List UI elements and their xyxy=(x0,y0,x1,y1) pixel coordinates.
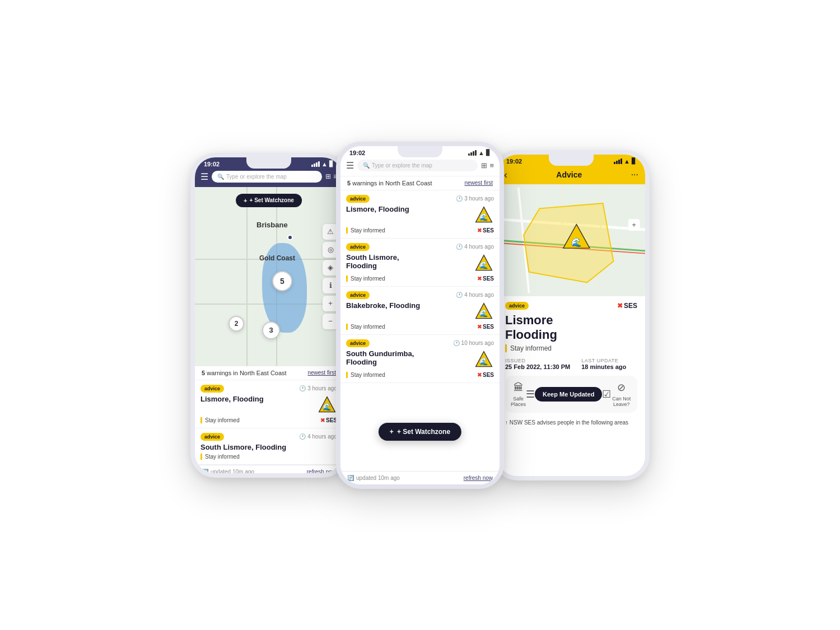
status-icons-1: ▲ ▊ xyxy=(311,161,334,167)
search-bar-1[interactable]: 🔍 Type or explore the map xyxy=(212,171,322,183)
time-ago-1-1: 🕐3 hours ago xyxy=(299,385,337,391)
sort-button-1[interactable]: newest first xyxy=(307,370,336,376)
filter-sliders-icon-1[interactable]: ⊞ xyxy=(325,172,331,180)
detail-description-3: ↑ NSW SES advises people in the followin… xyxy=(505,418,637,427)
stay-informed-2-3: Stay informed xyxy=(346,324,385,330)
warning-card-2-2[interactable]: advice 🕐4 hours ago South Lismore,Floodi… xyxy=(340,239,500,287)
warning-list-1: 5 warnings in North East Coast newest fi… xyxy=(195,366,343,465)
signal-icon-3 xyxy=(614,158,622,164)
map-label-brisbane: Brisbane xyxy=(256,221,288,229)
ses-logo-2-1: ✖SES xyxy=(477,227,494,234)
filter-list-icon-2[interactable]: ≡ xyxy=(489,161,494,170)
detail-title-main-3: Lismore Flooding xyxy=(505,313,637,343)
filter-sliders-icon-2[interactable]: ⊞ xyxy=(481,161,487,170)
battery-icon-2: ▊ xyxy=(486,150,491,156)
filter-icons-2: ⊞ ≡ xyxy=(481,161,494,170)
cluster-3-1[interactable]: 3 xyxy=(262,321,280,339)
card-row3-1-1: Stay informed ✖SES xyxy=(200,417,337,423)
bottom-bar-1: 🔄updated 10m ago refresh now xyxy=(195,465,343,478)
menu-icon-1[interactable]: ☰ xyxy=(200,171,208,182)
watchzone-icon-1: + xyxy=(244,197,247,204)
detail-map-3[interactable]: 🌊 + xyxy=(497,184,645,296)
svg-text:🌊: 🌊 xyxy=(479,309,488,318)
refresh-button-2[interactable]: refresh now xyxy=(464,475,493,481)
updated-label-3: LAST UPDATE xyxy=(581,358,626,363)
detail-content-3: advice ✖SES Lismore Flooding Stay inform… xyxy=(497,296,645,476)
phone-3: 19:02 ▲ ▊ ‹ Advice ··· xyxy=(493,150,650,480)
flood-icon-2-2: 🌊 xyxy=(474,253,494,273)
svg-text:🌊: 🌊 xyxy=(323,403,332,412)
detail-stay-3: Stay informed xyxy=(505,344,637,352)
checklist-action[interactable]: ☰ xyxy=(526,388,535,400)
card-title-1-2: South Lismore, Flooding xyxy=(200,443,337,451)
menu-icon-2[interactable]: ☰ xyxy=(346,160,354,171)
wifi-icon-2: ▲ xyxy=(478,150,484,156)
card-row1-1: advice 🕐3 hours ago xyxy=(200,385,337,393)
back-button-3[interactable]: ‹ xyxy=(504,169,507,181)
keep-updated-button[interactable]: Keep Me Updated xyxy=(535,387,602,402)
map-bg-1: Brisbane Gold Coast 5 2 3 + + Set Watchz… xyxy=(195,187,343,366)
watchzone-button-2[interactable]: + + Set Watchzone xyxy=(379,423,461,441)
ses-logo-3: ✖SES xyxy=(617,302,637,310)
location-dot-1 xyxy=(287,235,293,240)
time-ago-2-2: 🕐4 hours ago xyxy=(456,244,494,250)
advice-badge-2-2: advice xyxy=(346,243,370,251)
ses-logo-1-1: ✖SES xyxy=(320,417,337,423)
phone1-header: ☰ 🔍 Type or explore the map ⊞ ≡ xyxy=(195,169,343,187)
cant-leave-action[interactable]: ⊘ Can Not Leave? xyxy=(611,381,632,407)
checkmark-action[interactable]: ☑ xyxy=(602,388,611,400)
detail-advice-row-3: advice ✖SES xyxy=(505,302,637,310)
warning-card-2-4[interactable]: advice 🕐10 hours ago South Gundurimba,Fl… xyxy=(340,335,500,383)
time-ago-2-1: 🕐3 hours ago xyxy=(456,195,494,202)
updated-value-3: 18 minutes ago xyxy=(581,363,626,370)
safe-places-action[interactable]: 🏛 Safe Places xyxy=(511,382,526,407)
cant-leave-label: Can Not Leave? xyxy=(611,396,632,407)
search-bar-2[interactable]: 🔍 Type or explore the map xyxy=(357,160,478,171)
action-bar-3: 🏛 Safe Places ☰ Keep Me Updated ☑ ⊘ Can … xyxy=(505,376,637,413)
detail-title-header-3: Advice xyxy=(556,170,582,179)
card-title-2-2: South Lismore,Flooding xyxy=(346,253,474,270)
stay-informed-1-1: Stay informed xyxy=(200,417,240,423)
card-title-1-1: Lismore, Flooding xyxy=(200,395,317,403)
cluster-main-1[interactable]: 5 xyxy=(272,271,292,291)
map-container-1[interactable]: Brisbane Gold Coast 5 2 3 + + Set Watchz… xyxy=(195,187,343,366)
card-row2-1-1: Lismore, Flooding 🌊 xyxy=(200,395,337,415)
time-ago-2-4: 🕐10 hours ago xyxy=(453,340,494,346)
sort-button-2[interactable]: newest first xyxy=(464,180,493,186)
filter-icons-1: ⊞ ≡ xyxy=(325,172,337,180)
updated-text-1: 🔄updated 10m ago xyxy=(202,469,254,475)
warning-card-2-1[interactable]: advice 🕐3 hours ago Lismore, Flooding 🌊 … xyxy=(340,190,500,239)
flood-icon-2-4: 🌊 xyxy=(474,349,494,370)
watchzone-button-1[interactable]: + + Set Watchzone xyxy=(236,194,302,207)
phone2-header: ☰ 🔍 Type or explore the map ⊞ ≡ xyxy=(340,157,500,176)
notch-1 xyxy=(246,157,291,169)
detail-header-3: ‹ Advice ··· xyxy=(497,166,645,184)
more-button-3[interactable]: ··· xyxy=(631,170,638,180)
map-label-goldcoast: Gold Coast xyxy=(259,254,295,262)
cant-leave-icon: ⊘ xyxy=(617,381,626,394)
svg-text:🌊: 🌊 xyxy=(571,237,582,248)
updated-text-2: 🔄updated 10m ago xyxy=(347,475,400,481)
phone-2: 19:02 ▲ ▊ ☰ 🔍 Type or explore the map ⊞ xyxy=(336,142,504,489)
svg-text:🌊: 🌊 xyxy=(479,213,488,222)
card-title-2-4: South Gundurimba,Flooding xyxy=(346,349,474,366)
advice-badge-3: advice xyxy=(505,302,529,310)
warning-card-1-2[interactable]: advice 🕐4 hours ago South Lismore, Flood… xyxy=(195,428,343,465)
watchzone-plus-icon-2: + xyxy=(390,428,394,436)
flood-icon-2-3: 🌊 xyxy=(474,301,494,321)
refresh-button-1[interactable]: refresh now xyxy=(307,469,336,475)
warning-card-1-1[interactable]: advice 🕐3 hours ago Lismore, Flooding 🌊 … xyxy=(195,380,343,428)
safe-places-icon: 🏛 xyxy=(514,382,524,394)
status-time-1: 19:02 xyxy=(204,161,220,167)
svg-text:🌊: 🌊 xyxy=(479,357,488,366)
issued-meta: ISSUED 25 Feb 2022, 11:30 PM xyxy=(505,358,570,370)
stay-informed-2-1: Stay informed xyxy=(346,227,385,234)
advice-badge-2-3: advice xyxy=(346,291,370,299)
advice-badge-1-1: advice xyxy=(200,385,224,393)
warning-header-1: 5 warnings in North East Coast newest fi… xyxy=(195,366,343,380)
warning-card-2-3[interactable]: advice 🕐4 hours ago Blakebroke, Flooding… xyxy=(340,287,500,335)
card-title-2-1: Lismore, Flooding xyxy=(346,205,474,213)
cluster-2-1[interactable]: 2 xyxy=(228,316,244,332)
notch-3 xyxy=(549,155,594,166)
ses-logo-2-4: ✖SES xyxy=(477,372,494,378)
